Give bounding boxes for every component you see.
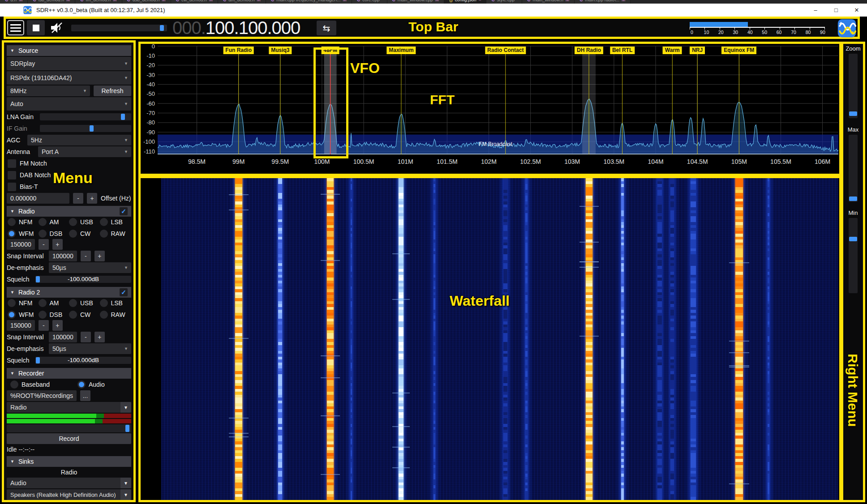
squelch2-slider[interactable]: -100.000dB bbox=[35, 357, 131, 364]
bandwidth-plus-button[interactable]: + bbox=[52, 239, 63, 250]
volume-slider-handle[interactable] bbox=[160, 25, 164, 31]
if-gain-slider[interactable] bbox=[40, 125, 131, 132]
radio2-bandwidth-input[interactable]: 150000 bbox=[7, 320, 35, 331]
mode-usb[interactable]: USB bbox=[69, 218, 100, 226]
mode-am[interactable]: AM bbox=[39, 299, 69, 307]
mode-wfm[interactable]: WFM bbox=[8, 230, 39, 238]
deemphasis2-select[interactable]: 50µs▼ bbox=[49, 343, 131, 354]
editor-tab[interactable]: Cmain_window.cppM bbox=[387, 0, 445, 4]
snap2-plus-button[interactable]: + bbox=[94, 332, 105, 342]
gain-mode-select[interactable]: Auto▼ bbox=[7, 97, 131, 111]
recorder-section-header[interactable]: ▼Recorder bbox=[7, 368, 131, 379]
radio2-enabled-checkbox[interactable]: ✓ bbox=[120, 288, 128, 296]
min-slider[interactable] bbox=[849, 218, 858, 293]
zoom-slider-handle[interactable] bbox=[849, 111, 857, 116]
maximize-button[interactable]: □ bbox=[826, 4, 846, 17]
hamburger-menu-icon[interactable] bbox=[7, 20, 24, 35]
snap2-minus-button[interactable]: - bbox=[81, 332, 91, 342]
sink-type-select[interactable]: Audio▼ bbox=[7, 478, 131, 488]
mute-speaker-icon[interactable] bbox=[47, 21, 66, 34]
mode-dsb[interactable]: DSB bbox=[39, 311, 69, 319]
waterfall-display[interactable] bbox=[141, 178, 839, 500]
offset-plus-button[interactable]: + bbox=[87, 193, 97, 204]
antenna-select[interactable]: Port A▼ bbox=[38, 146, 131, 157]
browse-button[interactable]: ... bbox=[80, 390, 90, 401]
source-driver-select[interactable]: SDRplay▼ bbox=[7, 57, 131, 70]
record-button[interactable]: Record bbox=[7, 433, 131, 444]
snap-plus-button[interactable]: + bbox=[94, 251, 105, 261]
mode-wfm[interactable]: WFM bbox=[8, 311, 39, 319]
close-button[interactable]: ✕ bbox=[846, 4, 867, 17]
bandwidth-minus-button[interactable]: - bbox=[39, 239, 49, 250]
editor-tab[interactable]: Ccore.cpp bbox=[352, 0, 387, 4]
editor-tab[interactable]: Ccw_demod.hM bbox=[171, 0, 218, 4]
mode-lsb[interactable]: LSB bbox=[100, 218, 131, 226]
mode-am[interactable]: AM bbox=[39, 218, 69, 226]
deemphasis-select[interactable]: 50µs▼ bbox=[49, 262, 131, 273]
editor-tab[interactable]: Cmain.cpp radio\...M bbox=[575, 0, 631, 4]
mode-audio[interactable]: Audio bbox=[77, 380, 128, 389]
recorder-stream-select[interactable]: Radio▼ bbox=[7, 402, 131, 413]
editor-tab[interactable]: Cfm_demod.hM bbox=[75, 0, 122, 4]
mode-usb[interactable]: USB bbox=[69, 299, 100, 307]
snap-interval-input[interactable]: 100000 bbox=[49, 251, 77, 261]
swap-vfo-icon[interactable]: ⇆ bbox=[317, 21, 336, 35]
zoom-slider[interactable] bbox=[849, 54, 858, 118]
editor-tab[interactable]: Cmain.cpp frequency_manager\...M bbox=[266, 0, 352, 4]
source-device-select[interactable]: RSPdx (191106DA42)▼ bbox=[7, 71, 131, 85]
editor-tab[interactable]: {}config.json× bbox=[444, 0, 486, 4]
max-slider-handle[interactable] bbox=[849, 196, 857, 201]
refresh-button[interactable]: Refresh bbox=[94, 85, 131, 96]
sink-device-select[interactable]: Speakers (Realtek High Definition Audio)… bbox=[7, 489, 131, 500]
fft-display[interactable]: 0-10-20-30-40-50-60-70-80-90-100-11098.5… bbox=[141, 44, 839, 174]
offset-minus-button[interactable]: - bbox=[73, 193, 83, 204]
bias-t-checkbox[interactable] bbox=[8, 183, 16, 191]
radio-section-header[interactable]: ▼Radio✓ bbox=[7, 206, 131, 217]
snap2-interval-input[interactable]: 100000 bbox=[49, 332, 77, 342]
lna-gain-handle[interactable] bbox=[121, 114, 125, 120]
squelch-slider[interactable]: -100.000dB bbox=[35, 276, 131, 283]
radio-enabled-checkbox[interactable]: ✓ bbox=[120, 207, 128, 215]
bandwidth2-minus-button[interactable]: - bbox=[39, 320, 49, 331]
radio-bandwidth-input[interactable]: 150000 bbox=[7, 239, 35, 250]
mode-raw[interactable]: RAW bbox=[100, 230, 131, 238]
close-icon[interactable]: × bbox=[479, 0, 481, 2]
editor-tab[interactable]: Cusb_demod.hM bbox=[122, 0, 171, 4]
mode-dsb[interactable]: DSB bbox=[39, 230, 69, 238]
waterfall-data[interactable] bbox=[161, 178, 838, 500]
mode-nfm[interactable]: NFM bbox=[8, 218, 39, 226]
recorder-volume-handle[interactable] bbox=[125, 425, 129, 432]
mode-baseband[interactable]: Baseband bbox=[10, 380, 77, 389]
radio2-section-header[interactable]: ▼Radio 2✓ bbox=[7, 287, 131, 298]
mode-nfm[interactable]: NFM bbox=[8, 299, 39, 307]
editor-tab[interactable]: Cam_demod.hM bbox=[218, 0, 266, 4]
bandwidth2-plus-button[interactable]: + bbox=[52, 320, 63, 331]
max-slider[interactable] bbox=[849, 135, 858, 202]
offset-input[interactable]: 0.000000 bbox=[7, 193, 69, 204]
frequency-display[interactable]: 000.100.100.000 bbox=[172, 17, 300, 38]
editor-tab[interactable]: Cmain_window.hM bbox=[522, 0, 575, 4]
snap-minus-button[interactable]: - bbox=[81, 251, 91, 261]
editor-tab[interactable]: Cisb_demod.hM bbox=[28, 0, 75, 4]
mode-raw[interactable]: RAW bbox=[100, 311, 131, 319]
dab-notch-checkbox[interactable] bbox=[8, 171, 16, 179]
stop-button[interactable] bbox=[27, 20, 45, 35]
min-slider-handle[interactable] bbox=[849, 237, 857, 241]
samplerate-select[interactable]: 8MHz▼ bbox=[7, 85, 90, 96]
mode-lsb[interactable]: LSB bbox=[100, 299, 131, 307]
volume-slider[interactable] bbox=[71, 25, 167, 31]
if-gain-handle[interactable] bbox=[90, 125, 94, 132]
source-section-header[interactable]: ▼Source bbox=[7, 45, 131, 56]
mode-cw[interactable]: CW bbox=[69, 311, 100, 319]
fm-notch-checkbox[interactable] bbox=[8, 159, 16, 168]
editor-tab[interactable]: Cd.hM bbox=[0, 0, 28, 4]
recorder-volume-slider[interactable] bbox=[7, 424, 131, 432]
agc-select[interactable]: 5Hz▼ bbox=[27, 135, 131, 145]
minimize-button[interactable]: – bbox=[805, 4, 826, 17]
sinks-section-header[interactable]: ▼Sinks bbox=[7, 456, 131, 467]
fft-plot[interactable]: 0-10-20-30-40-50-60-70-80-90-100-11098.5… bbox=[141, 44, 839, 174]
editor-tab[interactable]: Cstyle.cpp bbox=[486, 0, 522, 4]
lna-gain-slider[interactable] bbox=[40, 113, 131, 120]
mode-cw[interactable]: CW bbox=[69, 230, 100, 238]
recordings-path-input[interactable]: %ROOT%/Recordings bbox=[7, 390, 77, 401]
